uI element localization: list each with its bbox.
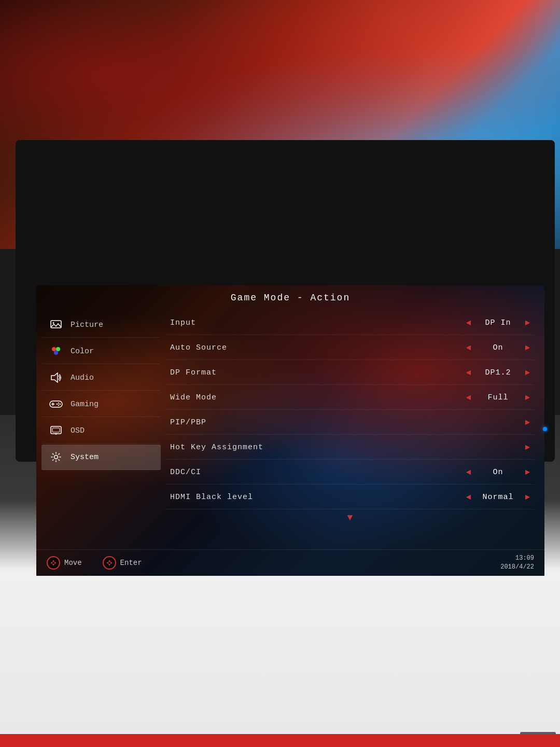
setting-label-ddc-ci: DDC/CI [170, 468, 416, 477]
gaming-icon [49, 397, 63, 411]
setting-row-input: Input ◄ DP In ► [166, 311, 534, 335]
svg-point-4 [54, 351, 58, 355]
nav-enter: Enter [103, 556, 142, 570]
setting-row-auto-source: Auto Source ◄ On ► [166, 336, 534, 360]
osd-content: Picture Color [36, 307, 544, 549]
sidebar-item-color[interactable]: Color [41, 339, 161, 364]
dp-format-arrow-left[interactable]: ◄ [466, 368, 471, 378]
input-arrow-left[interactable]: ◄ [466, 319, 471, 328]
svg-point-2 [52, 347, 56, 351]
sidebar-label-color: Color [71, 347, 94, 356]
pip-pbp-arrow[interactable]: ► [525, 418, 530, 427]
ddc-ci-arrow-left[interactable]: ◄ [466, 468, 471, 477]
osd-clock: 13:09 2018/4/22 [500, 554, 534, 572]
clock-date: 2018/4/22 [500, 563, 534, 572]
sidebar-label-audio: Audio [71, 374, 94, 382]
svg-point-3 [56, 347, 60, 351]
setting-label-dp-format: DP Format [170, 368, 416, 377]
sidebar-item-audio[interactable]: Audio [41, 365, 161, 391]
wide-mode-value: Full [477, 393, 519, 402]
enter-label: Enter [120, 559, 142, 567]
led-indicator [543, 427, 547, 431]
svg-marker-19 [52, 564, 54, 566]
sidebar-item-system[interactable]: System [41, 445, 161, 470]
dp-format-value: DP1.2 [477, 368, 519, 377]
move-icon [47, 556, 60, 570]
picture-icon [49, 317, 63, 332]
setting-label-wide-mode: Wide Mode [170, 393, 416, 402]
sidebar-item-gaming[interactable]: Gaming [41, 392, 161, 417]
auto-source-value: On [477, 343, 519, 352]
monitor-bezel: Game Mode - Action Pi [16, 140, 555, 462]
mousepad [0, 734, 560, 747]
setting-row-ddc-ci: DDC/CI ◄ On ► [166, 461, 534, 485]
sidebar-label-system: System [71, 453, 99, 462]
sidebar-item-picture[interactable]: Picture [41, 312, 161, 338]
osd-nav-bar: Move Enter 13:09 2018/4/2 [36, 549, 544, 576]
svg-marker-25 [110, 562, 113, 564]
input-arrow-right[interactable]: ► [525, 319, 530, 328]
svg-marker-22 [108, 560, 110, 562]
setting-control-ddc-ci: ◄ On ► [416, 468, 530, 477]
svg-marker-20 [50, 562, 52, 564]
svg-point-9 [58, 403, 59, 404]
osd-sidebar: Picture Color [41, 307, 161, 549]
audio-icon [49, 370, 63, 385]
hdmi-black-value: Normal [477, 493, 519, 502]
svg-point-12 [57, 404, 58, 405]
svg-point-17 [54, 455, 58, 459]
osd-title: Game Mode - Action [36, 285, 544, 307]
hot-key-arrow[interactable]: ► [525, 443, 530, 452]
setting-label-input: Input [170, 319, 416, 327]
wide-mode-arrow-right[interactable]: ► [525, 393, 530, 403]
osd-settings-panel: Input ◄ DP In ► Auto Source ◄ On [161, 307, 539, 549]
sidebar-label-osd: OSD [71, 426, 85, 435]
setting-row-wide-mode: Wide Mode ◄ Full ► [166, 386, 534, 410]
svg-point-11 [58, 405, 59, 406]
setting-control-hdmi-black: ◄ Normal ► [416, 493, 530, 502]
sidebar-item-osd[interactable]: OSD [41, 418, 161, 444]
setting-row-hdmi-black: HDMI Black level ◄ Normal ► [166, 486, 534, 509]
setting-label-hdmi-black: HDMI Black level [170, 493, 416, 502]
sidebar-label-picture: Picture [71, 321, 103, 329]
color-icon [49, 344, 63, 358]
auto-source-arrow-right[interactable]: ► [525, 343, 530, 353]
setting-label-hot-key: Hot Key Assignment [170, 443, 525, 452]
dp-format-arrow-right[interactable]: ► [525, 368, 530, 378]
osd-icon [49, 423, 63, 438]
move-label: Move [64, 559, 82, 567]
wide-mode-arrow-left[interactable]: ◄ [466, 393, 471, 403]
svg-rect-14 [52, 428, 60, 432]
svg-marker-21 [54, 562, 57, 564]
clock-time: 13:09 [500, 554, 534, 563]
setting-label-auto-source: Auto Source [170, 343, 416, 352]
setting-row-pip-pbp: PIP/PBP ► [166, 411, 534, 435]
svg-marker-18 [52, 560, 54, 562]
scroll-down-indicator: ▼ [166, 510, 534, 525]
ddc-ci-arrow-right[interactable]: ► [525, 468, 530, 477]
monitor-screen: Game Mode - Action Pi [36, 285, 544, 576]
system-icon [49, 450, 63, 464]
setting-label-pip-pbp: PIP/PBP [170, 418, 525, 427]
enter-icon [103, 556, 116, 570]
nav-move: Move [47, 556, 82, 570]
setting-control-wide-mode: ◄ Full ► [416, 393, 530, 403]
svg-marker-5 [51, 373, 58, 382]
setting-control-input: ◄ DP In ► [416, 319, 530, 328]
svg-marker-23 [108, 564, 110, 566]
sidebar-label-gaming: Gaming [71, 400, 99, 409]
hdmi-black-arrow-left[interactable]: ◄ [466, 493, 471, 502]
input-value: DP In [477, 319, 519, 327]
svg-point-1 [53, 322, 54, 324]
osd-menu: Game Mode - Action Pi [36, 285, 544, 576]
setting-control-dp-format: ◄ DP1.2 ► [416, 368, 530, 378]
setting-row-dp-format: DP Format ◄ DP1.2 ► [166, 361, 534, 385]
svg-point-10 [60, 404, 61, 405]
setting-row-hot-key: Hot Key Assignment ► [166, 436, 534, 460]
svg-marker-24 [106, 562, 108, 564]
ddc-ci-value: On [477, 468, 519, 477]
setting-control-auto-source: ◄ On ► [416, 343, 530, 353]
hdmi-black-arrow-right[interactable]: ► [525, 493, 530, 502]
auto-source-arrow-left[interactable]: ◄ [466, 343, 471, 353]
